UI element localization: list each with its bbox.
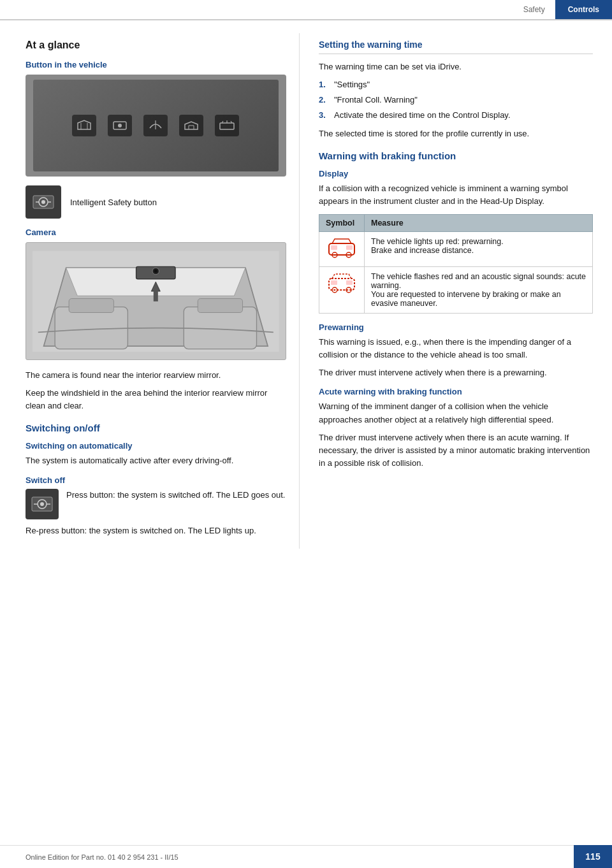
svg-point-24 bbox=[40, 502, 44, 506]
step-1-num: 1. bbox=[319, 78, 329, 91]
switching-onoff-heading: Switching on/off bbox=[26, 423, 286, 433]
intelligent-safety-label: Intelligent Safety button bbox=[70, 198, 157, 207]
left-column: At a glance Button in the vehicle bbox=[0, 33, 300, 549]
acute-warning-subheading: Acute warning with braking function bbox=[319, 387, 593, 396]
table-row-1-measure: The vehicle lights up red: prewarning.Br… bbox=[365, 231, 593, 266]
svg-point-19 bbox=[154, 269, 157, 272]
dash-btn-2 bbox=[108, 115, 132, 136]
camera-interior-svg bbox=[33, 246, 279, 357]
step-1: 1. "Settings" bbox=[319, 78, 593, 91]
footer: Online Edition for Part no. 01 40 2 954 … bbox=[0, 845, 612, 868]
table-row-2: The vehicle flashes red and an acoustic … bbox=[319, 266, 593, 313]
switching-auto-desc: The system is automatically active after… bbox=[26, 454, 286, 467]
svg-rect-33 bbox=[331, 280, 337, 285]
step-2-text: "Frontal Coll. Warning" bbox=[334, 94, 418, 106]
table-row-2-icon bbox=[319, 266, 365, 313]
display-subheading: Display bbox=[319, 169, 593, 178]
table-row-1: The vehicle lights up red: prewarning.Br… bbox=[319, 231, 593, 266]
svg-rect-29 bbox=[346, 245, 353, 250]
intelligent-safety-icon bbox=[26, 185, 61, 219]
dash-btn-4 bbox=[179, 115, 203, 136]
dash-btn-1 bbox=[72, 115, 96, 136]
table-row-1-icon bbox=[319, 231, 365, 266]
step-3: 3. Activate the desired time on the Cont… bbox=[319, 109, 593, 122]
prewarning-subheading: Prewarning bbox=[319, 322, 593, 332]
svg-rect-16 bbox=[198, 298, 242, 312]
svg-point-3 bbox=[118, 124, 122, 127]
button-in-vehicle-subtitle: Button in the vehicle bbox=[26, 60, 286, 69]
svg-rect-5 bbox=[220, 123, 234, 129]
divider-1 bbox=[319, 54, 593, 54]
prewarning-desc2: The driver must intervene actively when … bbox=[319, 366, 593, 379]
car-icon-1 bbox=[326, 237, 358, 259]
page-header: Safety Controls bbox=[0, 0, 612, 20]
svg-rect-28 bbox=[331, 245, 337, 250]
header-safety-label: Safety bbox=[513, 0, 555, 19]
acute-warning-desc1: Warning of the imminent danger of a coll… bbox=[319, 400, 593, 426]
footer-text: Online Edition for Part no. 01 40 2 954 … bbox=[26, 853, 178, 861]
warning-time-note: The selected time is stored for the prof… bbox=[319, 127, 593, 140]
display-desc: If a collision with a recognized vehicle… bbox=[319, 182, 593, 208]
dash-btn-3 bbox=[143, 115, 168, 136]
warning-braking-heading: Warning with braking function bbox=[319, 150, 593, 161]
step-1-text: "Settings" bbox=[334, 78, 370, 91]
step-3-num: 3. bbox=[319, 109, 329, 122]
warning-table: Symbol Measure bbox=[319, 214, 593, 314]
camera-desc1: The camera is found near the interior re… bbox=[26, 369, 286, 382]
button-image bbox=[26, 75, 286, 177]
svg-rect-21 bbox=[154, 290, 158, 301]
camera-subtitle: Camera bbox=[26, 228, 286, 237]
main-content: At a glance Button in the vehicle bbox=[0, 20, 612, 561]
table-row-2-measure: The vehicle flashes red and an acoustic … bbox=[365, 266, 593, 313]
prewarning-desc1: This warning is issued, e.g., when there… bbox=[319, 336, 593, 361]
camera-desc2: Keep the windshield in the area behind t… bbox=[26, 387, 286, 412]
button-image-inner bbox=[33, 80, 278, 171]
step-2-num: 2. bbox=[319, 94, 329, 106]
steps-list: 1. "Settings" 2. "Frontal Coll. Warning"… bbox=[319, 78, 593, 122]
step-3-text: Activate the desired time on the Control… bbox=[334, 109, 511, 122]
svg-rect-34 bbox=[346, 280, 353, 285]
acute-warning-desc2: The driver must intervene actively when … bbox=[319, 431, 593, 470]
svg-rect-15 bbox=[69, 298, 113, 312]
step-2: 2. "Frontal Coll. Warning" bbox=[319, 94, 593, 106]
switch-off-row: Press button: the system is switched off… bbox=[26, 489, 286, 519]
switch-off-desc2: Re-press button: the system is switched … bbox=[26, 524, 286, 537]
setting-warning-time-title: Setting the warning time bbox=[319, 40, 593, 50]
page-number: 115 bbox=[574, 845, 612, 868]
switch-off-desc: Press button: the system is switched off… bbox=[66, 489, 285, 502]
dash-btn-5 bbox=[215, 115, 239, 136]
header-controls-label: Controls bbox=[555, 0, 612, 19]
right-column: Setting the warning time The warning tim… bbox=[300, 33, 612, 549]
table-col1: Symbol bbox=[319, 214, 365, 231]
table-col2: Measure bbox=[365, 214, 593, 231]
switch-off-icon bbox=[26, 489, 59, 519]
car-icon-2 bbox=[326, 272, 358, 294]
switch-off-subheading: Switch off bbox=[26, 475, 286, 485]
svg-point-11 bbox=[41, 200, 45, 204]
warning-time-desc: The warning time can be set via iDrive. bbox=[319, 61, 593, 73]
at-a-glance-title: At a glance bbox=[26, 40, 286, 51]
intelligent-safety-row: Intelligent Safety button bbox=[26, 185, 286, 219]
camera-image bbox=[26, 242, 286, 360]
switching-auto-subheading: Switching on automatically bbox=[26, 441, 286, 451]
